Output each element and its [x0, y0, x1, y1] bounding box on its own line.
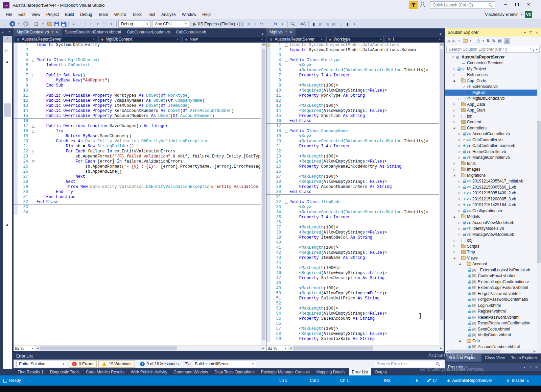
tree-item-Models[interactable]: ◢Models: [445, 214, 541, 220]
expand-icon[interactable]: ▷: [457, 132, 462, 136]
pause-button[interactable]: ▌▌: [238, 20, 245, 28]
tab-overflow-chevron-icon[interactable]: ▾: [440, 32, 444, 36]
collapse-icon[interactable]: ◢: [452, 174, 456, 177]
tree-item-AccountNumber.vbhtml[interactable]: [@]AccountNumber.vbhtml: [445, 344, 541, 350]
next-bookmark-button[interactable]: ▮›: [317, 20, 324, 28]
filter-button[interactable]: [184, 360, 190, 368]
scrollbar-thumb[interactable]: [440, 49, 443, 320]
close-icon[interactable]: ✕: [56, 30, 58, 34]
menu-edit[interactable]: Edit: [15, 10, 28, 19]
tree-item-Register.vbhtml[interactable]: [@]Register.vbhtml: [445, 309, 541, 315]
expand-icon[interactable]: ▷: [452, 245, 456, 248]
step-into-button[interactable]: ↓: [252, 20, 259, 28]
expand-corner-icon[interactable]: ◢: [5, 60, 8, 64]
navigate-back-dropdown[interactable]: ▾: [16, 20, 22, 28]
tree-item-App_Start[interactable]: ▷App_Start: [445, 107, 541, 114]
restore-button[interactable]: [511, 0, 523, 9]
tree-item-ForgotPasswordConfirmatio[interactable]: [@]ForgotPasswordConfirmatio: [445, 297, 541, 303]
vertical-scrollbar[interactable]: [439, 43, 444, 345]
close-icon[interactable]: ✕: [535, 365, 538, 369]
tool-tab-Team Explorer[interactable]: Team Explorer: [508, 354, 540, 362]
redo-button[interactable]: ↷: [101, 20, 108, 28]
vertical-scrollbar[interactable]: [261, 43, 266, 345]
expand-icon[interactable]: ▷: [457, 186, 462, 189]
messages-toggle[interactable]: i 0 of 18 Messages: [137, 360, 182, 368]
restart-button[interactable]: ↻: [272, 20, 279, 28]
save-button[interactable]: [53, 20, 60, 28]
tree-item-Connected Services[interactable]: ☁Connected Services: [445, 60, 541, 66]
pending-edits[interactable]: 17: [427, 375, 437, 386]
solution-platform-select[interactable]: Any CPU▾: [152, 20, 189, 28]
tab-CabController.vb[interactable]: CabController.vb: [173, 28, 209, 36]
collapsed-pane-grip[interactable]: ”: [3, 36, 12, 43]
menu-project[interactable]: Project: [43, 10, 62, 19]
collapse-icon[interactable]: ◢: [452, 256, 456, 260]
prev-bookmark-folder-button[interactable]: ▯: [337, 20, 344, 28]
tree-item-Extensions.vb[interactable]: ✓VBExtensions.vb: [445, 84, 541, 90]
tree-item-Cab[interactable]: ◢Cab: [445, 338, 541, 344]
pin-icon[interactable]: ⊤: [51, 30, 54, 34]
tree-item-Images[interactable]: ▷Images: [445, 167, 541, 173]
expand-icon[interactable]: ▷: [457, 197, 462, 200]
scrollbar-thumb[interactable]: [262, 49, 265, 340]
expand-icon[interactable]: ▷: [457, 209, 462, 212]
scroll-left-icon[interactable]: ◀: [35, 347, 40, 350]
scrollbar-thumb[interactable]: [40, 346, 177, 350]
tab-MgtlDbContext.vb[interactable]: MgtlDbContext.vb⊤✕: [14, 28, 62, 36]
scroll-right-icon[interactable]: ▶: [261, 347, 266, 350]
solution-explorer-search[interactable]: Search Solution Explorer (Ctrl+;) ▾: [445, 45, 541, 53]
expand-icon[interactable]: ▷: [452, 162, 456, 165]
undo-dropdown[interactable]: ▾: [94, 20, 101, 28]
expand-icon[interactable]: ▷: [457, 233, 462, 236]
show-all-files-button[interactable]: ▥: [504, 38, 510, 44]
clear-bookmarks-button[interactable]: ▮: [344, 20, 351, 28]
expand-icon[interactable]: ▷: [457, 221, 462, 224]
tree-item-201912150005560_1.vb[interactable]: ▷VB201912150005560_1.vb: [445, 184, 541, 190]
collapse-region-icon[interactable]: −: [32, 160, 35, 163]
panel-tab-Command Window[interactable]: Command Window: [171, 368, 211, 375]
tree-item-SendCode.vbhtml[interactable]: [@]SendCode.vbhtml: [445, 326, 541, 332]
tree-item-Login.vbhtml[interactable]: [@]Login.vbhtml: [445, 302, 541, 309]
warnings-toggle[interactable]: 19 Warnings: [98, 360, 135, 368]
menu-file[interactable]: File: [3, 10, 15, 19]
tool-tab-Class View[interactable]: Class View: [482, 354, 508, 362]
splitter-grip[interactable]: [440, 43, 444, 46]
panel-tab-Find Results 1[interactable]: Find Results 1: [15, 368, 46, 375]
collapse-region-icon[interactable]: −: [32, 125, 35, 128]
close-icon[interactable]: ✕: [8, 30, 11, 33]
navbar-dropdown-New[interactable]: ◆New▾: [182, 36, 265, 42]
collapse-icon[interactable]: ◢: [452, 215, 456, 218]
collapse-region-icon[interactable]: −: [32, 130, 35, 133]
minimize-button[interactable]: ─: [500, 0, 511, 9]
tab-CabControllerLoader.vb[interactable]: CabControllerLoader.vb: [124, 28, 173, 36]
toggle-bookmark-button[interactable]: ▮: [310, 20, 317, 28]
redo-dropdown[interactable]: ▾: [108, 20, 115, 28]
collapse-region-icon[interactable]: −: [32, 59, 35, 62]
expand-icon[interactable]: ▷: [457, 144, 462, 147]
scrollbar-thumb[interactable]: [4, 103, 11, 117]
menu-help[interactable]: Help: [199, 10, 214, 19]
horizontal-scrollbar[interactable]: [40, 346, 261, 351]
repository-button[interactable]: ◈ AustraliaReportServer: [447, 375, 492, 386]
step-out-button[interactable]: ↑: [265, 20, 272, 28]
solution-explorer-header[interactable]: Solution Explorer ▾ ⊤ ✕: [445, 28, 541, 36]
tree-item-ResetPassw ordConfirmation[interactable]: [@]ResetPassw ordConfirmation: [445, 320, 541, 326]
pin-icon[interactable]: ⊤: [285, 30, 288, 34]
feedback-button[interactable]: [420, 2, 427, 8]
tree-item-AccountViewModels.vb[interactable]: ▷VBAccountViewModels.vb: [445, 220, 541, 226]
branch-button[interactable]: ⋔ master ▲: [507, 375, 530, 386]
expand-icon[interactable]: ▷: [452, 121, 456, 124]
error-scope-select[interactable]: Entire Solution▾: [16, 361, 67, 367]
expand-icon[interactable]: ▷: [457, 91, 462, 94]
expand-icon[interactable]: ▷: [457, 203, 462, 206]
tree-item-ManageViewModels.vb[interactable]: ▷VBManageViewModels.vb: [445, 231, 541, 238]
expand-icon[interactable]: ▷: [457, 97, 462, 100]
restart-dropdown[interactable]: ▾: [279, 20, 286, 28]
browser-search-button[interactable]: ⊗: [300, 20, 307, 28]
collapse-region-icon[interactable]: −: [32, 74, 35, 77]
code-lines[interactable]: 1−Imports System.ComponentModel.DataAnno…: [266, 43, 439, 345]
undo-button[interactable]: ↶: [88, 20, 94, 28]
expand-icon[interactable]: ▷: [452, 168, 456, 171]
tree-item-Configuration.vb[interactable]: ▷VBConfiguration.vb: [445, 208, 541, 214]
toolbar-options-chevron[interactable]: ▾: [351, 20, 358, 28]
